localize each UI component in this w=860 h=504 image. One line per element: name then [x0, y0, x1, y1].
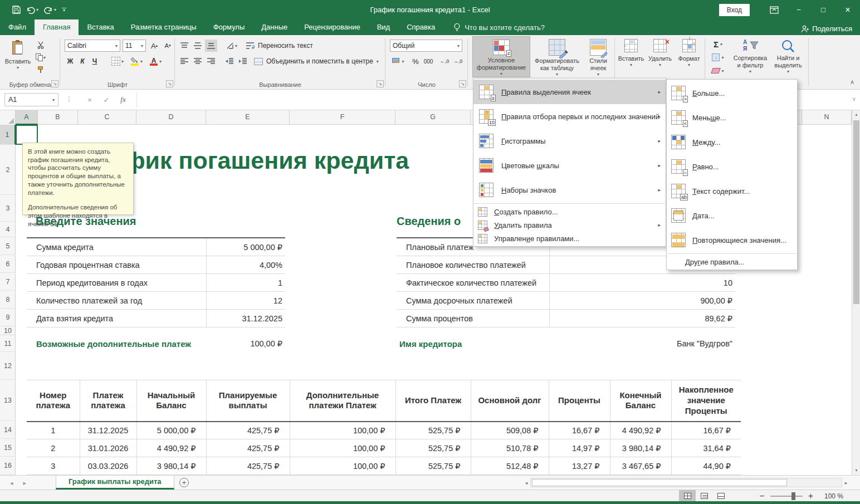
- row-header-14[interactable]: 14: [0, 421, 16, 439]
- payments-cell[interactable]: 2: [27, 439, 80, 457]
- row-header-11[interactable]: 11: [0, 335, 16, 352]
- menu-item-new-rule[interactable]: Создать правило...: [473, 205, 666, 218]
- payments-cell[interactable]: 512,48 ₽: [471, 457, 549, 475]
- borders-button[interactable]: ▾: [109, 55, 126, 67]
- scroll-right-icon[interactable]: ▸: [842, 480, 850, 486]
- payments-cell[interactable]: 510,78 ₽: [471, 439, 549, 457]
- tab-data[interactable]: Данные: [253, 19, 296, 35]
- find-select-button[interactable]: Найти и выделить ▾: [771, 36, 805, 77]
- format-cells-button[interactable]: |←→| Формат ▾: [675, 36, 703, 77]
- decrease-decimal-button[interactable]: →,0: [451, 55, 465, 67]
- tab-page-layout[interactable]: Разметка страницы: [123, 19, 205, 35]
- page-layout-view-button[interactable]: [696, 490, 712, 502]
- payments-cell[interactable]: 525,75 ₽: [395, 439, 471, 457]
- bold-button[interactable]: Ж: [65, 55, 76, 67]
- copy-button[interactable]: ▾: [35, 52, 47, 63]
- menu-item-duplicate-values[interactable]: Повторяющиеся значения...: [667, 228, 797, 252]
- alignment-dialog-launcher[interactable]: ↘: [377, 80, 384, 87]
- row-header-13[interactable]: 13: [0, 380, 16, 421]
- payments-cell[interactable]: 14,97 ₽: [549, 439, 610, 457]
- extra-payments-value[interactable]: 100,00 ₽: [250, 339, 285, 348]
- payments-cell[interactable]: 3: [27, 457, 80, 475]
- increase-indent-button[interactable]: [236, 55, 248, 67]
- payments-cell[interactable]: 100,00 ₽: [290, 457, 395, 475]
- row-header-1[interactable]: 1: [0, 125, 16, 145]
- align-center-button[interactable]: [192, 55, 204, 67]
- menu-item-data-bars[interactable]: Гистограммы▸: [473, 129, 666, 153]
- fill-color-button[interactable]: ▾: [128, 55, 145, 67]
- extra-payments-row[interactable]: Возможные дополнительные платеж 100,00 ₽: [27, 335, 285, 352]
- clear-button[interactable]: ▾: [708, 65, 727, 76]
- menu-item-date-occurring[interactable]: Дата...: [667, 203, 797, 228]
- payments-cell[interactable]: 3 980,14 ₽: [136, 457, 206, 475]
- active-cell-a1[interactable]: [16, 125, 38, 145]
- orientation-button[interactable]: ▾: [223, 40, 241, 52]
- scroll-left-icon[interactable]: ◂: [522, 480, 530, 486]
- formula-bar-expand-icon[interactable]: ˅: [852, 96, 856, 102]
- tab-insert[interactable]: Вставка: [79, 19, 122, 35]
- align-left-button[interactable]: [178, 55, 190, 67]
- delete-cells-button[interactable]: × Удалить ▾: [646, 36, 674, 77]
- payments-cell[interactable]: 16,67 ₽: [671, 422, 741, 439]
- menu-item-greater-than[interactable]: >Больше...: [667, 81, 797, 105]
- column-header-C[interactable]: C: [78, 110, 136, 125]
- payments-cell[interactable]: 31.01.2026: [80, 439, 136, 457]
- row-header-4[interactable]: 4: [0, 222, 16, 237]
- form-value-cell[interactable]: 4,00%: [206, 256, 285, 273]
- payments-cell[interactable]: 5 000,00 ₽: [136, 422, 206, 439]
- menu-item-highlight-cells-rules[interactable]: ≥Правила выделения ячеек▸: [473, 80, 666, 104]
- zoom-slider[interactable]: [770, 496, 803, 497]
- tab-file[interactable]: Файл: [0, 19, 35, 35]
- form-value-cell[interactable]: 31.12.2025: [206, 310, 285, 327]
- column-header-F[interactable]: F: [290, 110, 395, 125]
- menu-item-equal-to[interactable]: =Равно...: [667, 154, 797, 179]
- confirm-entry-button[interactable]: ✓: [99, 93, 114, 106]
- payments-cell[interactable]: 16,67 ₽: [549, 422, 610, 439]
- clipboard-dialog-launcher[interactable]: ↘: [51, 80, 58, 87]
- name-box[interactable]: A1 ▾: [4, 93, 58, 106]
- zoom-out-button[interactable]: −: [759, 491, 764, 501]
- row-header-7[interactable]: 7: [0, 273, 16, 291]
- format-painter-button[interactable]: [35, 64, 47, 75]
- payments-cell[interactable]: 4 490,92 ₽: [610, 422, 671, 439]
- align-right-button[interactable]: [205, 55, 217, 67]
- cell-styles-button[interactable]: Стили ячеек ▾: [583, 36, 614, 77]
- sign-in-button[interactable]: Вход: [719, 4, 750, 16]
- collapse-ribbon-button[interactable]: ∧: [850, 79, 854, 86]
- lender-name-value[interactable]: Банк "Вудгров": [677, 339, 735, 348]
- payments-cell[interactable]: 509,08 ₽: [471, 422, 549, 439]
- column-header-G[interactable]: G: [395, 110, 471, 125]
- row-header-8[interactable]: 8: [0, 291, 16, 309]
- tab-home[interactable]: Главная: [35, 19, 79, 35]
- tab-formulas[interactable]: Формулы: [205, 19, 253, 35]
- number-dialog-launcher[interactable]: ↘: [459, 80, 466, 87]
- payments-cell[interactable]: 425,75 ₽: [206, 422, 290, 439]
- payments-cell[interactable]: 3 467,65 ₽: [610, 457, 671, 475]
- row-header-3[interactable]: 3: [0, 195, 16, 222]
- form-value-cell[interactable]: 900,00 ₽: [549, 292, 735, 309]
- menu-item-more-rules[interactable]: Другие правила...: [667, 255, 797, 268]
- align-top-button[interactable]: [178, 40, 190, 52]
- row-header-15[interactable]: 15: [0, 439, 16, 457]
- accounting-format-button[interactable]: ▾: [390, 55, 407, 67]
- column-header-B[interactable]: B: [38, 110, 78, 125]
- sheet-nav-right-icon[interactable]: ▸: [23, 479, 27, 487]
- column-header-N[interactable]: N: [802, 110, 852, 125]
- menu-item-manage-rules[interactable]: Управление правилами...: [473, 232, 666, 245]
- row-header-10[interactable]: 10: [0, 326, 16, 335]
- share-button[interactable]: Поделиться: [801, 25, 852, 33]
- scroll-down-icon[interactable]: ▾: [852, 466, 860, 475]
- scroll-up-icon[interactable]: ▴: [852, 110, 860, 119]
- tab-review[interactable]: Рецензирование: [296, 19, 368, 35]
- row-header-16[interactable]: 16: [0, 457, 16, 475]
- payments-cell[interactable]: 13,27 ₽: [549, 457, 610, 475]
- payments-cell[interactable]: 4 490,92 ₽: [136, 439, 206, 457]
- fill-button[interactable]: ↓ ▾: [708, 52, 727, 63]
- row-header-9[interactable]: 9: [0, 309, 16, 326]
- increase-font-button[interactable]: А▴: [148, 40, 160, 52]
- row-header-5[interactable]: 5: [0, 237, 16, 255]
- menu-item-color-scales[interactable]: Цветовые шкалы▸: [473, 153, 666, 178]
- format-as-table-button[interactable]: Форматировать как таблицу ▾: [532, 36, 582, 77]
- form-value-cell[interactable]: 10: [549, 274, 735, 291]
- comma-style-button[interactable]: 000: [421, 55, 436, 67]
